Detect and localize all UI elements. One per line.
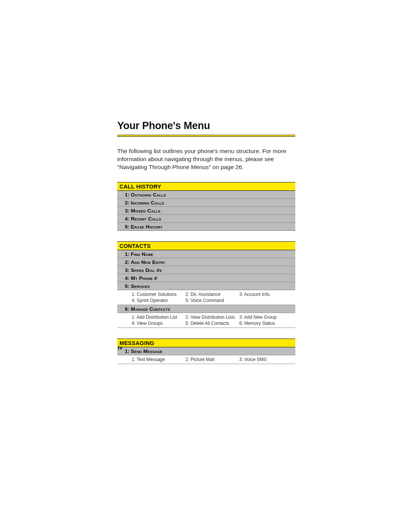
page-title: Your Phone's Menu [117,120,297,132]
row-number: 6: [125,306,129,312]
menu-row: 3: Speed Dial #s [117,266,295,274]
menu-row: 1: Send Message [117,347,295,355]
sub-item: 3: Account Info. [239,292,293,297]
menu-row: 3: Missed Calls [117,207,295,215]
sub-item: 4: View Groups [132,321,185,326]
row-number: 2: [125,200,129,206]
row-number: 4: [125,275,129,281]
menu-row: 4: Recent Calls [117,215,295,223]
intro-paragraph: The following list outlines your phone's… [117,147,295,171]
menu-row: 2: Add New Entry [117,258,295,266]
menu-row: 1: Outgoing Calls [117,191,295,199]
sub-item: 1: Text Message [132,357,185,362]
sub-item: 6: Memory Status [239,321,293,326]
row-number: 5: [125,224,129,230]
row-label: Incoming Calls [131,200,164,206]
row-number: 1: [125,348,129,354]
row-number: 4: [125,216,129,222]
row-label: Recent Calls [131,216,161,222]
sub-item: 3: Voice SMS [239,357,293,362]
row-label: Outgoing Calls [131,192,166,198]
section-header: MESSAGING [117,339,295,347]
sub-item [239,298,293,303]
row-number: 2: [125,259,129,265]
section-header: CONTACTS [117,241,295,250]
row-label: Services [131,283,150,289]
section-contacts: CONTACTS 1: Find Name 2: Add New Entry 3… [117,241,295,328]
row-label: Erase History [131,224,162,230]
sub-item: 5: Voice Command [185,298,239,303]
row-label: Manage Contacts [131,306,170,312]
section-messaging: MESSAGING 1: Send Message 1: Text Messag… [117,339,295,364]
sub-item: 1: Add Distribution List [132,315,185,320]
row-label: Speed Dial #s [131,267,162,273]
title-underline [117,135,295,137]
row-number: 1: [125,192,129,198]
menu-row: 2: Incoming Calls [117,199,295,207]
menu-row: 1: Find Name [117,250,295,258]
page-number: iv [118,345,123,351]
row-number: 3: [125,267,129,273]
sub-item: 3: Add New Group [239,315,293,320]
sub-items-services: 1: Customer Solutions 2: Dir. Assistance… [117,290,295,305]
section-header: CALL HISTORY [117,182,295,191]
sub-item: 2: View Distribution Lists [185,315,239,320]
section-call-history: CALL HISTORY 1: Outgoing Calls 2: Incomi… [117,182,295,231]
sub-item: 2: Picture Mail [185,357,239,362]
menu-row: 5: Services [117,282,295,290]
menu-row: 5: Erase History [117,223,295,231]
sub-items-send-message: 1: Text Message 2: Picture Mail 3: Voice… [117,355,295,364]
row-number: 1: [125,251,129,257]
row-number: 5: [125,283,129,289]
sub-items-manage-contacts: 1: Add Distribution List 2: View Distrib… [117,313,295,328]
menu-row: 4: My Phone # [117,274,295,282]
sub-item: 2: Dir. Assistance [185,292,239,297]
menu-row: 6: Manage Contacts [117,305,295,313]
sub-item: 1: Customer Solutions [132,292,185,297]
row-number: 3: [125,208,129,214]
row-label: Add New Entry [131,259,165,265]
sub-item: 5: Delete All Contacts [185,321,239,326]
document-page: Your Phone's Menu The following list out… [0,0,411,532]
row-label: My Phone # [131,275,157,281]
sub-item: 4: Sprint Operator [132,298,185,303]
row-label: Missed Calls [131,208,161,214]
row-label: Find Name [131,251,153,257]
row-label: Send Message [131,348,162,354]
